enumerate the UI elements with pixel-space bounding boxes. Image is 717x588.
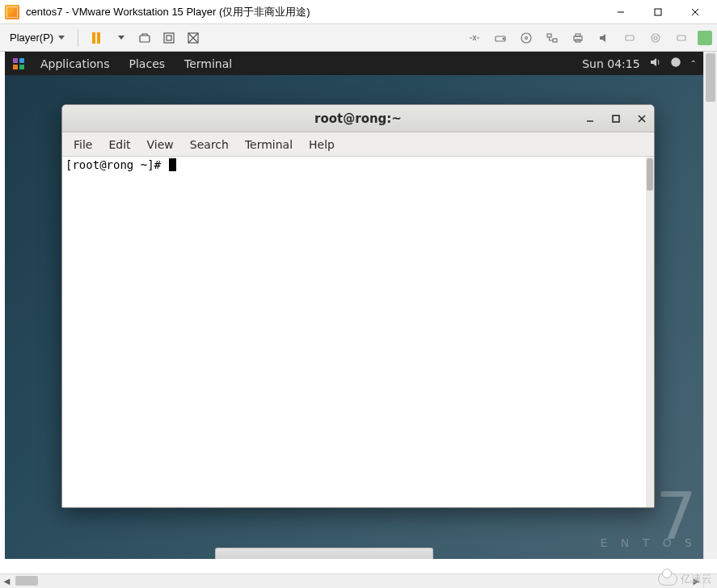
svg-rect-10 bbox=[553, 39, 557, 42]
cloud-icon bbox=[658, 573, 677, 586]
svg-rect-14 bbox=[626, 36, 634, 40]
send-ctrl-alt-del-button[interactable] bbox=[135, 28, 154, 48]
svg-rect-0 bbox=[655, 9, 661, 15]
player-menu[interactable]: Player(P) bbox=[5, 30, 70, 45]
volume-icon[interactable] bbox=[648, 56, 661, 71]
gnome-places[interactable]: Places bbox=[120, 57, 175, 70]
svg-rect-17 bbox=[677, 36, 685, 40]
vmware-titlebar: centos7 - VMware Workstation 15 Player (… bbox=[0, 0, 717, 24]
unity-button[interactable] bbox=[183, 28, 203, 48]
watermark-text: 亿速云 bbox=[681, 572, 712, 586]
desktop-background: 7 E N T O S root@rong:~ bbox=[5, 75, 703, 559]
chevron-down-icon bbox=[58, 36, 65, 40]
scrollbar-thumb[interactable] bbox=[706, 53, 715, 102]
pause-dropdown[interactable] bbox=[111, 28, 130, 48]
terminal-cursor bbox=[169, 158, 176, 171]
svg-rect-12 bbox=[576, 34, 580, 36]
window-title: centos7 - VMware Workstation 15 Player (… bbox=[26, 5, 310, 19]
scrollbar-track[interactable] bbox=[14, 574, 690, 588]
terminal-maximize-button[interactable] bbox=[609, 111, 623, 126]
hdd-icon[interactable] bbox=[491, 28, 510, 48]
watermark: 亿速云 bbox=[658, 572, 712, 586]
player-menu-label: Player(P) bbox=[10, 32, 53, 44]
vmware-toolbar: Player(P) bbox=[0, 24, 717, 52]
network-icon[interactable] bbox=[542, 28, 562, 48]
gnome-dash-hint[interactable] bbox=[215, 548, 433, 559]
host-vertical-scrollbar[interactable] bbox=[703, 52, 717, 559]
terminal-title: root@rong:~ bbox=[314, 111, 402, 126]
svg-rect-2 bbox=[164, 33, 174, 43]
maximize-button[interactable] bbox=[639, 0, 677, 24]
device-icon-3[interactable] bbox=[672, 28, 691, 48]
svg-point-15 bbox=[652, 34, 660, 42]
gnome-clock[interactable]: Sun 04:15 bbox=[582, 57, 639, 70]
menu-view[interactable]: View bbox=[139, 138, 182, 151]
cd-icon[interactable] bbox=[517, 28, 536, 48]
terminal-scrollbar[interactable] bbox=[646, 157, 654, 507]
svg-rect-1 bbox=[140, 36, 150, 42]
gnome-applications[interactable]: Applications bbox=[31, 57, 120, 70]
svg-point-7 bbox=[521, 33, 531, 43]
gnome-terminal-menu[interactable]: Terminal bbox=[175, 57, 242, 70]
separator bbox=[78, 29, 78, 47]
sound-icon[interactable] bbox=[594, 28, 614, 48]
scrollbar-thumb[interactable] bbox=[15, 576, 38, 586]
menu-edit[interactable]: Edit bbox=[100, 138, 138, 151]
vmware-icon bbox=[5, 5, 19, 19]
power-icon[interactable] bbox=[669, 56, 682, 71]
chevron-down-icon[interactable]: ⌃ bbox=[690, 59, 697, 68]
gnome-top-bar: Applications Places Terminal Sun 04:15 ⌃ bbox=[5, 52, 703, 75]
fullscreen-button[interactable] bbox=[159, 28, 179, 48]
centos-label: E N T O S bbox=[600, 536, 697, 549]
svg-point-16 bbox=[654, 36, 657, 40]
svg-rect-3 bbox=[167, 36, 171, 40]
close-button[interactable] bbox=[677, 0, 714, 24]
minimize-button[interactable] bbox=[602, 0, 639, 24]
pause-button[interactable] bbox=[86, 28, 106, 48]
connect-icon[interactable] bbox=[465, 28, 484, 48]
terminal-titlebar[interactable]: root@rong:~ bbox=[62, 105, 654, 132]
vm-display[interactable]: Applications Places Terminal Sun 04:15 ⌃… bbox=[5, 52, 703, 559]
scroll-left-arrow[interactable]: ◄ bbox=[0, 574, 14, 588]
activities-icon[interactable] bbox=[11, 57, 26, 71]
menu-file[interactable]: File bbox=[65, 138, 100, 151]
device-icon-2[interactable] bbox=[646, 28, 665, 48]
svg-point-6 bbox=[503, 38, 504, 40]
terminal-body[interactable]: [root@rong ~]# bbox=[62, 157, 654, 507]
terminal-menubar: File Edit View Search Terminal Help bbox=[62, 132, 654, 157]
host-horizontal-scrollbar[interactable]: ◄ ► bbox=[0, 573, 717, 588]
terminal-window: root@rong:~ File Edit View Sear bbox=[61, 104, 655, 508]
menu-terminal[interactable]: Terminal bbox=[237, 138, 301, 151]
pause-icon bbox=[92, 32, 100, 44]
terminal-minimize-button[interactable] bbox=[583, 111, 597, 126]
svg-rect-9 bbox=[547, 34, 551, 37]
terminal-prompt: [root@rong ~]# bbox=[65, 158, 167, 171]
menu-search[interactable]: Search bbox=[182, 138, 237, 151]
chevron-down-icon bbox=[118, 36, 124, 40]
printer-icon[interactable] bbox=[568, 28, 588, 48]
device-icon[interactable] bbox=[620, 28, 639, 48]
menu-help[interactable]: Help bbox=[301, 138, 343, 151]
svg-point-8 bbox=[525, 36, 528, 39]
message-log-icon[interactable] bbox=[698, 31, 712, 45]
scrollbar-thumb[interactable] bbox=[647, 158, 653, 191]
terminal-close-button[interactable] bbox=[635, 111, 649, 126]
svg-rect-19 bbox=[613, 116, 619, 122]
